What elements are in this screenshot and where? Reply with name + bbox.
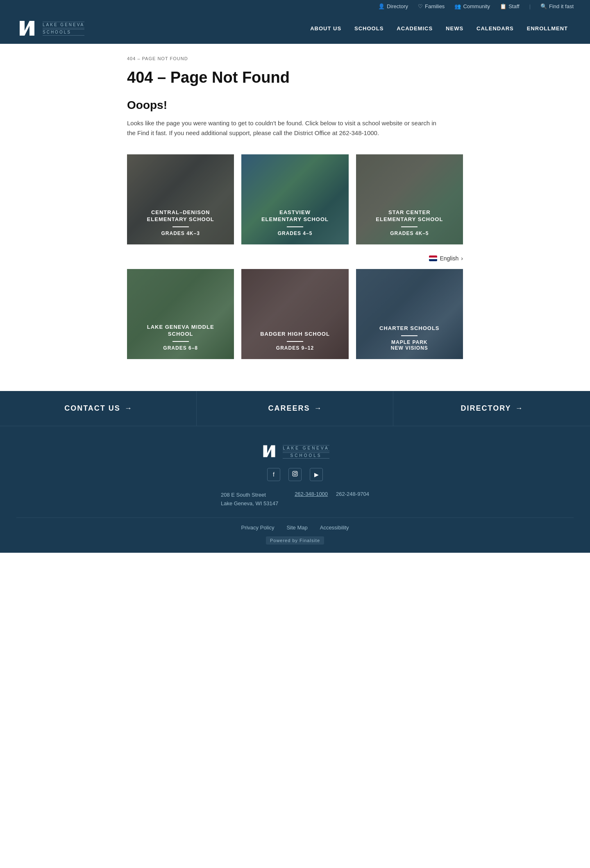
footer-address: 208 E South Street Lake Geneva, WI 53147 (221, 491, 278, 508)
page-title: 404 – Page Not Found (127, 69, 463, 86)
school-name-star: STAR CENTERELEMENTARY SCHOOL (364, 209, 455, 223)
chevron-right-icon: › (461, 255, 463, 262)
school-grades-charter: MAPLE PARKNEW VISIONS (364, 339, 455, 351)
nav-divider: | (529, 3, 531, 9)
topbar-directory-link[interactable]: 👤 Directory (378, 3, 408, 9)
school-grades-central: GRADES 4K–3 (135, 231, 226, 236)
school-card-badger[interactable]: BADGER HIGH SCHOOL GRADES 9–12 (241, 269, 348, 359)
language-selector[interactable]: English › (127, 252, 463, 265)
instagram-link[interactable] (288, 468, 302, 481)
card-divider (287, 226, 303, 227)
language-label: English (440, 255, 458, 262)
footer-phones: 262-348-1000 262-248-9704 (295, 491, 369, 497)
school-card-middle[interactable]: LAKE GENEVA MIDDLE SCHOOL GRADES 6–8 (127, 269, 234, 359)
logo-link[interactable]: LAKE GENEVA SCHOOLS (16, 18, 84, 39)
school-card-middle-content: LAKE GENEVA MIDDLE SCHOOL GRADES 6–8 (127, 316, 234, 359)
site-map-link[interactable]: Site Map (286, 524, 307, 531)
topbar-community-label: Community (463, 3, 490, 9)
footer-main: LAKE GENEVA SCHOOLS f ▶ (0, 426, 590, 553)
powered-by: Powered by Finalsite (16, 536, 574, 545)
schools-grid-top: CENTRAL–DENISONELEMENTARY SCHOOL GRADES … (127, 154, 463, 244)
footer-links-bar: CONTACT US → CAREERS → DIRECTORY → (0, 391, 590, 426)
address-line2: Lake Geneva, WI 53147 (221, 500, 278, 508)
logo-text-block: LAKE GENEVA SCHOOLS (43, 21, 84, 36)
top-bar: 👤 Directory ♡ Families 👥 Community 📋 Sta… (0, 0, 590, 13)
footer-contact-link[interactable]: CONTACT US → (0, 391, 197, 426)
school-name-badger: BADGER HIGH SCHOOL (250, 331, 340, 338)
card-divider (401, 335, 418, 336)
footer-careers-label: CAREERS (268, 404, 310, 413)
topbar-families-link[interactable]: ♡ Families (418, 3, 445, 9)
arrow-right-icon: → (515, 404, 523, 413)
arrow-right-icon: → (314, 404, 322, 413)
footer-directory-link[interactable]: DIRECTORY → (393, 391, 590, 426)
footer-contact-info: 208 E South Street Lake Geneva, WI 53147… (16, 491, 574, 508)
logo-icon (16, 18, 38, 39)
school-grades-middle: GRADES 6–8 (135, 345, 226, 351)
find-it-fast-label: Find it fast (549, 3, 574, 9)
card-divider (287, 341, 303, 342)
facebook-link[interactable]: f (267, 468, 280, 481)
search-icon: 🔍 (540, 3, 547, 9)
school-card-charter-content: CHARTER SCHOOLS MAPLE PARKNEW VISIONS (356, 317, 463, 359)
footer-social-links: f ▶ (16, 468, 574, 481)
accessibility-link[interactable]: Accessibility (320, 524, 349, 531)
school-grades-badger: GRADES 9–12 (250, 345, 340, 351)
svg-marker-1 (20, 21, 34, 36)
svg-point-4 (294, 472, 296, 475)
privacy-policy-link[interactable]: Privacy Policy (241, 524, 274, 531)
topbar-staff-link[interactable]: 📋 Staff (500, 3, 520, 9)
facebook-icon: f (273, 471, 275, 478)
breadcrumb: 404 – PAGE NOT FOUND (127, 56, 463, 61)
school-name-eastview: EASTVIEWELEMENTARY SCHOOL (250, 209, 340, 223)
powered-badge: Powered by Finalsite (266, 536, 324, 545)
error-description: Looks like the page you were wanting to … (127, 118, 438, 138)
school-grades-star: GRADES 4K–5 (364, 231, 455, 236)
main-content: 404 – PAGE NOT FOUND 404 – Page Not Foun… (0, 44, 590, 391)
community-icon: 👥 (454, 3, 461, 9)
footer-phone-main[interactable]: 262-348-1000 (295, 491, 328, 497)
school-card-badger-content: BADGER HIGH SCHOOL GRADES 9–12 (241, 323, 348, 359)
schools-grid-bottom: LAKE GENEVA MIDDLE SCHOOL GRADES 6–8 BAD… (127, 269, 463, 359)
nav-calendars[interactable]: CALENDARS (471, 22, 520, 35)
footer-bottom-links: Privacy Policy Site Map Accessibility (16, 524, 574, 531)
school-grades-eastview: GRADES 4–5 (250, 231, 340, 236)
school-name-central: CENTRAL–DENISONELEMENTARY SCHOOL (135, 209, 226, 223)
main-header: LAKE GENEVA SCHOOLS ABOUT US SCHOOLS ACA… (0, 13, 590, 44)
person-icon: 👤 (378, 3, 385, 9)
footer-careers-link[interactable]: CAREERS → (197, 391, 393, 426)
footer: CONTACT US → CAREERS → DIRECTORY → LAKE … (0, 391, 590, 553)
svg-marker-2 (263, 445, 275, 457)
card-divider (172, 226, 189, 227)
footer-logo-text: LAKE GENEVA SCHOOLS (283, 444, 329, 459)
main-nav: ABOUT US SCHOOLS ACADEMICS NEWS CALENDAR… (304, 22, 574, 35)
instagram-icon (292, 471, 298, 478)
ooops-heading: Ooops! (127, 99, 463, 112)
topbar-directory-label: Directory (387, 3, 408, 9)
address-line1: 208 E South Street (221, 491, 278, 500)
youtube-icon: ▶ (314, 471, 319, 478)
school-card-star[interactable]: STAR CENTERELEMENTARY SCHOOL GRADES 4K–5 (356, 154, 463, 244)
svg-point-5 (296, 472, 297, 473)
topbar-community-link[interactable]: 👥 Community (454, 3, 490, 9)
school-card-eastview-content: EASTVIEWELEMENTARY SCHOOL GRADES 4–5 (241, 201, 348, 244)
topbar-staff-label: Staff (508, 3, 520, 9)
card-divider (172, 341, 189, 342)
school-card-central[interactable]: CENTRAL–DENISONELEMENTARY SCHOOL GRADES … (127, 154, 234, 244)
svg-rect-3 (293, 471, 297, 476)
school-card-eastview[interactable]: EASTVIEWELEMENTARY SCHOOL GRADES 4–5 (241, 154, 348, 244)
us-flag-icon (429, 255, 437, 261)
footer-logo-icon (261, 443, 278, 460)
school-card-central-content: CENTRAL–DENISONELEMENTARY SCHOOL GRADES … (127, 201, 234, 244)
school-card-charter[interactable]: CHARTER SCHOOLS MAPLE PARKNEW VISIONS (356, 269, 463, 359)
topbar-families-label: Families (425, 3, 445, 9)
footer-contact-label: CONTACT US (64, 404, 120, 413)
nav-schools[interactable]: SCHOOLS (349, 22, 389, 35)
nav-enrollment[interactable]: ENROLLMENT (521, 22, 574, 35)
youtube-link[interactable]: ▶ (310, 468, 323, 481)
nav-academics[interactable]: ACADEMICS (391, 22, 438, 35)
nav-news[interactable]: NEWS (440, 22, 469, 35)
find-it-fast-link[interactable]: 🔍 Find it fast (540, 3, 574, 9)
nav-about[interactable]: ABOUT US (304, 22, 347, 35)
heart-icon: ♡ (418, 3, 423, 9)
